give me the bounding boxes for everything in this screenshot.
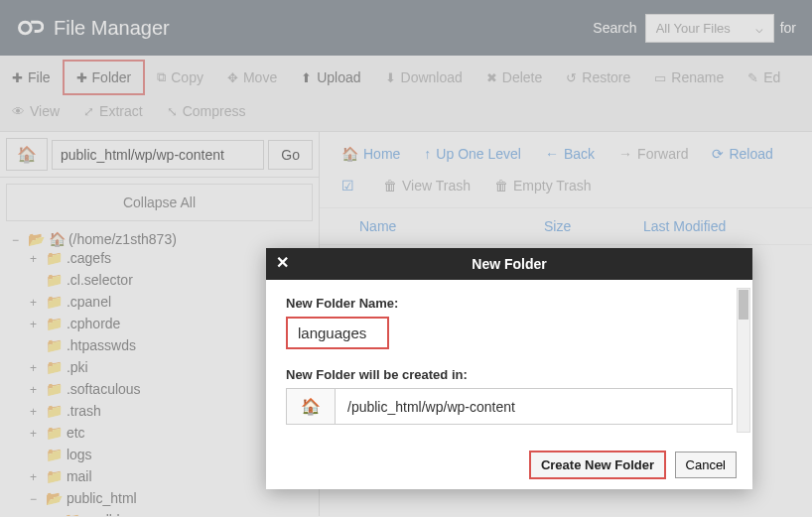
scrollbar[interactable] [737, 288, 750, 433]
home-icon: 🏠 [301, 398, 321, 415]
folder-name-input[interactable] [288, 319, 387, 347]
folder-path-label: New Folder will be created in: [286, 367, 733, 382]
folder-path-input[interactable] [336, 389, 732, 424]
modal-footer: Create New Folder Cancel [266, 441, 752, 489]
close-icon[interactable]: ✕ [276, 253, 289, 272]
new-folder-modal: ✕ New Folder New Folder Name: New Folder… [266, 248, 752, 489]
create-folder-button[interactable]: Create New Folder [529, 451, 666, 479]
cancel-button[interactable]: Cancel [675, 452, 737, 478]
modal-header: ✕ New Folder [266, 248, 752, 280]
folder-path-row: 🏠 [286, 388, 733, 425]
folder-name-input-wrap [286, 317, 389, 349]
folder-name-label: New Folder Name: [286, 296, 733, 311]
modal-title: New Folder [472, 256, 546, 272]
path-home-button[interactable]: 🏠 [287, 389, 336, 424]
modal-body: New Folder Name: New Folder will be crea… [266, 280, 752, 441]
